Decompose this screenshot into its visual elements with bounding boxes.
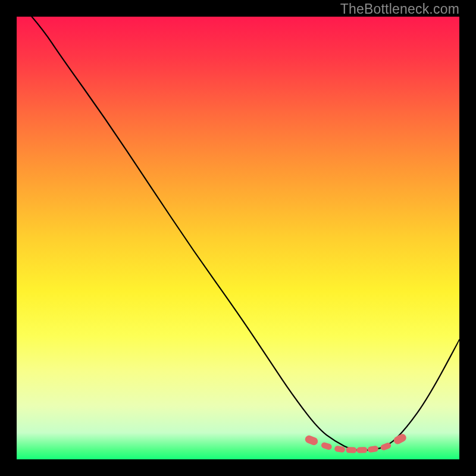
marker-dot	[367, 446, 378, 453]
marker-dot	[356, 447, 367, 453]
watermark-text: TheBottleneck.com	[340, 1, 459, 17]
bottleneck-curve	[17, 17, 459, 450]
optimal-range-markers	[304, 433, 408, 453]
chart-svg	[17, 17, 459, 459]
marker-dot	[304, 434, 319, 446]
marker-dot	[346, 447, 356, 453]
chart-container	[17, 17, 459, 459]
marker-dot	[321, 441, 333, 450]
